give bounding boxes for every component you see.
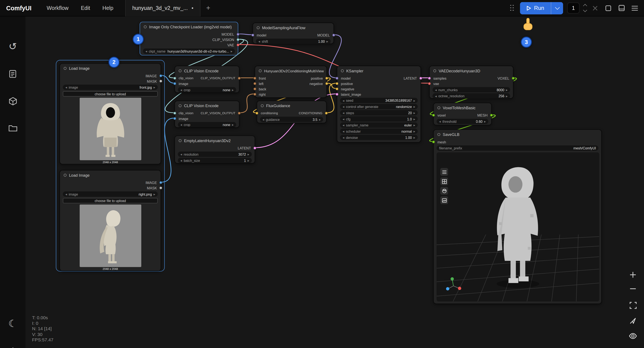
slot-dot[interactable] (254, 77, 256, 80)
decrement-icon[interactable]: ◀ (342, 136, 344, 138)
fit-view-button[interactable] (628, 300, 638, 311)
run-options-dropdown[interactable] (551, 2, 563, 14)
decrement-icon[interactable]: ◀ (342, 99, 344, 102)
combo-right-arrow-icon[interactable]: ▶ (232, 124, 234, 126)
slot-dot[interactable] (432, 114, 435, 116)
slot-dot[interactable] (236, 38, 239, 41)
batch-count-field[interactable]: 1 (567, 2, 580, 14)
slot-dot[interactable] (254, 82, 256, 85)
input-slot-right[interactable]: right (255, 92, 326, 97)
workflow-tab[interactable]: hunyuan_3d_v2_mv_... ● (125, 0, 200, 16)
increment-icon[interactable]: ▶ (484, 120, 486, 122)
collapse-dot[interactable] (178, 104, 182, 107)
slot-dot[interactable] (236, 44, 239, 46)
upload-button[interactable]: choose file to upload (63, 91, 158, 96)
widget-cfg[interactable]: ◀ cfg 1.0 ▶ (340, 116, 418, 122)
combo-right-arrow-icon[interactable]: ▶ (414, 124, 415, 126)
combo-left-arrow-icon[interactable]: ◀ (342, 130, 344, 132)
combo-left-arrow-icon[interactable]: ◀ (65, 86, 67, 88)
slot-dot[interactable] (159, 80, 162, 82)
collapse-dot[interactable] (178, 139, 182, 142)
widget-shift[interactable]: ◀ shift 1.00 ▶ (256, 39, 330, 44)
slot-dot[interactable] (490, 114, 493, 116)
slot-dot[interactable] (254, 147, 256, 150)
node-voxel-to-mesh-basic[interactable]: VoxelToMeshBasic voxel MESH ◀ threshold … (434, 102, 492, 125)
widget-steps[interactable]: ◀ steps 20 ▶ (340, 110, 418, 116)
node-save-glb[interactable]: SaveGLB mesh filename_prefix mesh/ComfyU… (434, 130, 602, 304)
increment-icon[interactable]: ▶ (326, 40, 328, 42)
slot-dot[interactable] (173, 117, 176, 120)
collapse-dot[interactable] (261, 104, 264, 107)
node-load-image-right[interactable]: Load Image IMAGE MASK ◀ image right.png … (60, 170, 161, 271)
collapse-dot[interactable] (64, 67, 66, 70)
output-slot-vae[interactable]: VAE (140, 42, 238, 48)
collapse-dot[interactable] (341, 69, 344, 72)
increment-icon[interactable]: ▶ (248, 159, 249, 162)
slot-dot[interactable] (336, 93, 338, 96)
slot-dot[interactable] (512, 77, 514, 80)
node-vae-decode-hunyuan3d[interactable]: VAEDecodeHunyuan3D samples VOXEL vae ◀ n… (429, 66, 513, 98)
widget-batch-size[interactable]: ◀ batch_size 1 ▶ (178, 158, 252, 163)
run-button[interactable]: Run (520, 2, 551, 14)
theme-toggle-button[interactable]: ☾ (0, 314, 26, 334)
combo-right-arrow-icon[interactable]: ▶ (414, 130, 415, 132)
slot-dot[interactable] (428, 77, 431, 80)
viewport-screenshot-button[interactable] (440, 196, 448, 204)
widget-seed[interactable]: ◀ seed 34385351899167 ▶ (340, 98, 418, 103)
output-slot-mask[interactable]: MASK (60, 185, 160, 191)
slot-dot[interactable] (336, 77, 338, 80)
collapse-dot[interactable] (178, 69, 182, 72)
step-down-icon[interactable] (583, 8, 587, 12)
input-slot-positive[interactable]: positive (337, 81, 420, 86)
collapse-dot[interactable] (144, 26, 146, 28)
node-ksampler[interactable]: KSampler model LATENT positive negative … (337, 66, 421, 142)
combo-left-arrow-icon[interactable]: ◀ (65, 193, 67, 195)
combo-right-arrow-icon[interactable]: ▶ (154, 193, 155, 195)
increment-icon[interactable]: ▶ (506, 95, 508, 97)
viewport-grid-button[interactable] (440, 178, 448, 185)
widget-guidance[interactable]: ◀ guidance 3.5 ▶ (260, 116, 323, 122)
node-model-sampling-auraflow[interactable]: ModelSamplingAuraFlow model MODEL ◀ shif… (253, 22, 334, 44)
decrement-icon[interactable]: ◀ (180, 153, 182, 156)
input-slot-back[interactable]: back (255, 86, 326, 92)
slot-dot[interactable] (254, 88, 256, 90)
slot-dot[interactable] (432, 140, 435, 143)
node-hunyuan3d-conditioning-multiview[interactable]: Hunyuan3Dv2ConditioningMultiView front p… (254, 66, 327, 98)
viewport-material-button[interactable] (440, 187, 448, 195)
combo-right-arrow-icon[interactable]: ▶ (154, 86, 155, 88)
widget-octree-resolution[interactable]: ◀ octree_resolution 256 ▶ (432, 93, 510, 98)
slot-dot[interactable] (159, 186, 162, 189)
slot-dot[interactable] (159, 74, 162, 77)
canvas-frame-button[interactable] (604, 4, 613, 12)
slot-dot[interactable] (254, 93, 256, 96)
output-slot-image[interactable]: IMAGE (60, 73, 160, 78)
slot-dot[interactable] (173, 112, 176, 114)
collapse-dot[interactable] (438, 133, 440, 136)
menu-help[interactable]: Help (96, 5, 120, 11)
zoom-out-button[interactable] (628, 284, 638, 294)
decrement-icon[interactable]: ◀ (262, 118, 264, 120)
widget-scheduler[interactable]: ◀ scheduler normal ▶ (340, 128, 418, 134)
output-slot-mask[interactable]: MASK (60, 78, 160, 84)
batch-count-stepper[interactable] (584, 4, 586, 12)
increment-icon[interactable]: ▶ (506, 88, 508, 91)
increment-icon[interactable]: ▶ (414, 112, 415, 114)
combo-right-arrow-icon[interactable]: ▶ (232, 88, 234, 91)
decrement-icon[interactable]: ◀ (439, 120, 441, 122)
slot-dot[interactable] (173, 82, 176, 85)
slot-row-clip-vision[interactable]: clip_vision CLIP_VISION_OUTPUT (175, 110, 239, 116)
sidebar-item-node-library[interactable] (0, 64, 26, 84)
decrement-icon[interactable]: ◀ (258, 40, 260, 42)
cancel-run-button[interactable] (590, 4, 600, 12)
input-slot-latent-image[interactable]: latent_image (337, 92, 420, 97)
input-slot-negative[interactable]: negative (337, 86, 420, 92)
node-image-only-checkpoint-loader[interactable]: Image Only Checkpoint Loader (img2vid mo… (140, 22, 238, 56)
slot-dot[interactable] (159, 181, 162, 184)
decrement-icon[interactable]: ◀ (180, 159, 182, 162)
slot-row-left-negative[interactable]: left negative (255, 81, 326, 86)
node-clip-vision-encode-1[interactable]: CLIP Vision Encode clip_vision CLIP_VISI… (174, 66, 239, 93)
slot-dot[interactable] (428, 82, 431, 85)
menu-workflow[interactable]: Workflow (40, 5, 75, 11)
widget-control-after-generate[interactable]: ◀ control after generate randomize ▶ (340, 104, 418, 109)
increment-icon[interactable]: ▶ (414, 99, 415, 102)
